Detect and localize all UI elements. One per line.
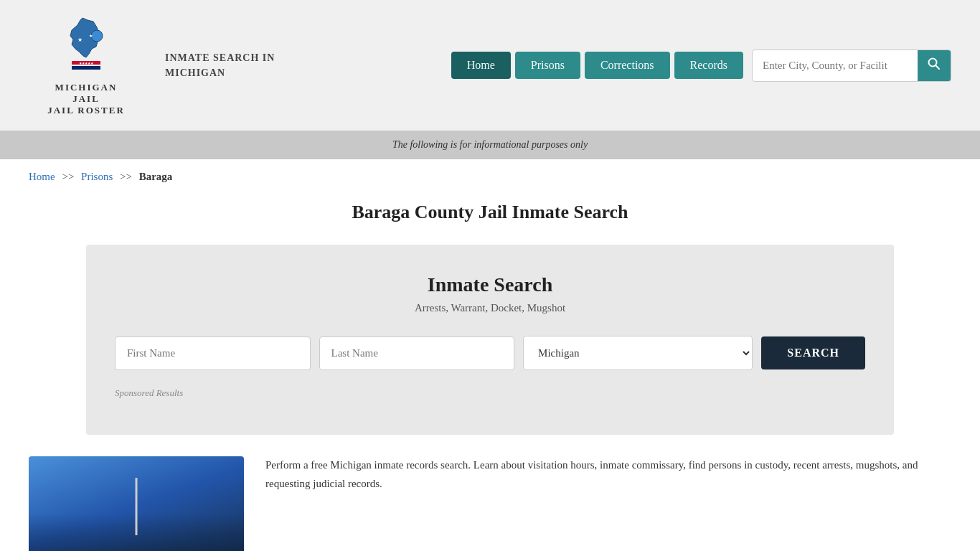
breadcrumb-prisons-link[interactable]: Prisons xyxy=(81,171,113,182)
search-card-title: Inmate Search xyxy=(115,273,865,296)
svg-point-1 xyxy=(91,30,103,42)
site-header: ★ ★ ★★★★★ MICHIGAN JAIL JAIL ROSTER INMA… xyxy=(0,0,980,131)
search-card-subtitle: Arrests, Warrant, Docket, Mugshot xyxy=(115,302,865,314)
breadcrumb-current: Baraga xyxy=(139,171,173,182)
logo-text-michigan: MICHIGAN xyxy=(55,82,118,93)
main-nav: Home Prisons Corrections Records xyxy=(451,52,743,79)
nav-prisons-button[interactable]: Prisons xyxy=(515,52,580,79)
breadcrumb-home-link[interactable]: Home xyxy=(29,171,55,182)
sponsored-results-label: Sponsored Results xyxy=(115,387,865,399)
logo-area: ★ ★ ★★★★★ MICHIGAN JAIL JAIL ROSTER xyxy=(29,14,143,116)
nav-corrections-button[interactable]: Corrections xyxy=(585,52,670,79)
bottom-description: Perform a free Michigan inmate records s… xyxy=(265,456,951,551)
search-submit-button[interactable]: SEARCH xyxy=(761,336,865,369)
logo-icon: ★ ★ ★★★★★ xyxy=(57,14,115,79)
breadcrumb: Home >> Prisons >> Baraga xyxy=(0,159,980,194)
svg-rect-5 xyxy=(72,66,100,70)
breadcrumb-separator-1: >> xyxy=(62,171,74,182)
svg-text:★: ★ xyxy=(77,37,83,43)
svg-text:★: ★ xyxy=(89,34,93,38)
first-name-input[interactable] xyxy=(115,336,311,370)
breadcrumb-separator-2: >> xyxy=(120,171,132,182)
header-search-bar xyxy=(752,50,951,82)
bottom-section: Perform a free Michigan inmate records s… xyxy=(29,456,951,551)
header-search-button[interactable] xyxy=(918,50,951,81)
last-name-input[interactable] xyxy=(319,336,515,370)
info-banner: The following is for informational purpo… xyxy=(0,131,980,159)
nav-home-button[interactable]: Home xyxy=(451,52,511,79)
facility-image xyxy=(29,456,244,551)
state-select[interactable]: Michigan Alabama Alaska Arizona Arkansas… xyxy=(523,336,753,370)
header-search-input[interactable] xyxy=(753,52,918,79)
page-title: Baraga County Jail Inmate Search xyxy=(29,202,951,223)
logo-text-jail: JAIL xyxy=(72,93,100,105)
svg-line-8 xyxy=(936,65,939,69)
search-fields: Michigan Alabama Alaska Arizona Arkansas… xyxy=(115,336,865,370)
nav-search-area: Home Prisons Corrections Records xyxy=(451,50,951,82)
search-card: Inmate Search Arrests, Warrant, Docket, … xyxy=(86,245,894,435)
svg-text:★★★★★: ★★★★★ xyxy=(79,62,94,65)
logo-text-roster: JAIL ROSTER xyxy=(47,105,125,116)
site-title: INMATE SEARCH IN MICHIGAN xyxy=(165,50,275,80)
search-icon xyxy=(928,57,941,70)
nav-records-button[interactable]: Records xyxy=(674,52,743,79)
